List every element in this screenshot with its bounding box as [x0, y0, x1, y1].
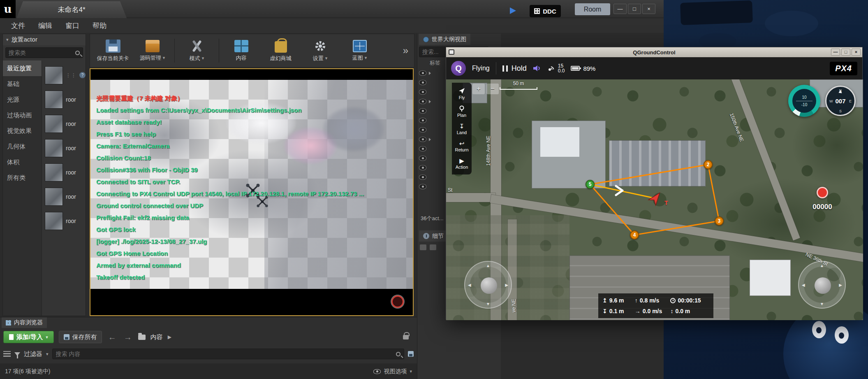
- place-actor-header[interactable]: ▾ 放置actor: [3, 34, 86, 45]
- joystick-knob[interactable]: [815, 277, 831, 294]
- plan-button[interactable]: Plan: [452, 103, 472, 120]
- virtual-joystick-right[interactable]: ▲ ▼ ◀ ▶: [798, 261, 846, 309]
- visibility-eye-icon[interactable]: [419, 146, 426, 151]
- visibility-eye-icon[interactable]: [419, 80, 426, 85]
- qgc-logo-icon[interactable]: Q: [451, 61, 466, 76]
- menu-help[interactable]: 帮助: [87, 19, 112, 32]
- visibility-eye-icon[interactable]: [419, 165, 426, 170]
- marketplace-button[interactable]: 虚幻商城: [261, 35, 300, 66]
- close-button[interactable]: ×: [852, 49, 861, 56]
- expand-arrow-icon[interactable]: [429, 100, 431, 103]
- visibility-eye-icon[interactable]: [419, 127, 426, 133]
- visibility-eye-icon[interactable]: [419, 118, 426, 123]
- expand-arrow-icon[interactable]: [429, 72, 431, 75]
- ddc-button[interactable]: DDC: [530, 5, 561, 17]
- add-import-button[interactable]: 添加/导入 ▾: [3, 331, 54, 343]
- category-all-classes[interactable]: 所有类: [3, 170, 42, 186]
- compass-instrument[interactable]: N E S W 007: [825, 86, 856, 116]
- visibility-eye-icon[interactable]: [419, 99, 426, 104]
- qgc-titlebar[interactable]: QGroundControl — □ ×: [446, 47, 862, 57]
- blueprints-button[interactable]: 蓝图▾: [340, 35, 379, 66]
- content-search-input[interactable]: [56, 351, 393, 357]
- visibility-eye-icon[interactable]: [419, 137, 426, 142]
- list-item[interactable]: ⋮⋮?: [42, 63, 86, 87]
- forward-arrow-icon[interactable]: →: [123, 332, 133, 342]
- save-search-icon[interactable]: [408, 351, 414, 357]
- visibility-eye-icon[interactable]: [419, 108, 426, 114]
- waypoint-5[interactable]: 5: [586, 180, 595, 189]
- maximize-button[interactable]: □: [628, 4, 641, 14]
- action-button[interactable]: ▶ Action: [452, 155, 472, 172]
- level-viewport[interactable]: 光照需要重建（7 未构建 对象） Loaded settings from C:…: [90, 68, 414, 316]
- close-button[interactable]: ×: [642, 4, 655, 14]
- outliner-tag-column-header[interactable]: 标签: [430, 59, 440, 67]
- flight-map[interactable]: 148th Ave NE 150th Ave NE NE 36th St St …: [446, 79, 863, 320]
- video-record-button[interactable]: [817, 187, 828, 198]
- hold-action-button[interactable]: Hold: [502, 64, 527, 73]
- expand-arrow-icon[interactable]: [429, 138, 431, 141]
- vertical-speed-gauge[interactable]: 10 -10: [788, 85, 820, 117]
- category-lights[interactable]: 光源: [3, 92, 42, 107]
- settings-button[interactable]: 设置▾: [301, 35, 340, 66]
- filter-label[interactable]: 过滤器: [24, 350, 42, 358]
- filter-funnel-icon[interactable]: [14, 352, 20, 356]
- breadcrumb[interactable]: 内容: [150, 333, 163, 341]
- sources-panel-toggle-icon[interactable]: [3, 351, 11, 357]
- maximize-button[interactable]: □: [841, 49, 850, 56]
- ue-titlebar[interactable]: u 未命名4* DDC Room — □ ×: [0, 0, 664, 18]
- list-item[interactable]: roor: [42, 160, 86, 184]
- category-visual-effects[interactable]: 视觉效果: [3, 123, 42, 139]
- menu-window[interactable]: 窗口: [60, 19, 85, 32]
- source-control-button[interactable]: 源码管理▾: [133, 35, 172, 66]
- list-item[interactable]: roor: [42, 112, 86, 136]
- category-basic[interactable]: 基础: [3, 76, 42, 92]
- waypoint-3[interactable]: 3: [715, 216, 724, 226]
- list-item[interactable]: roor: [42, 209, 86, 233]
- visibility-eye-icon[interactable]: [419, 184, 426, 189]
- record-button[interactable]: [391, 295, 404, 308]
- visibility-eye-icon[interactable]: [419, 70, 426, 76]
- minimize-button[interactable]: —: [831, 49, 840, 56]
- virtual-joystick-left[interactable]: ▲ ▼ ◀ ▶: [464, 261, 512, 309]
- waypoint-4[interactable]: 4: [630, 230, 639, 239]
- visibility-eye-icon[interactable]: [419, 89, 426, 95]
- details-tool-icon[interactable]: [420, 244, 426, 250]
- lock-icon[interactable]: [403, 335, 409, 339]
- list-item[interactable]: roor: [42, 136, 86, 160]
- speaker-icon[interactable]: [533, 65, 541, 72]
- gps-status[interactable]: 15 0.0: [547, 63, 565, 73]
- list-item[interactable]: roor: [42, 184, 86, 209]
- list-item[interactable]: roor: [42, 87, 86, 112]
- flight-mode-label[interactable]: Flying: [472, 65, 490, 72]
- zoom-out-button[interactable]: −: [486, 84, 499, 94]
- modes-button[interactable]: 模式▾: [177, 35, 216, 66]
- battery-status[interactable]: 89%: [571, 65, 595, 72]
- zoom-in-button[interactable]: +: [472, 84, 485, 94]
- category-recent[interactable]: 最近放置: [3, 60, 42, 76]
- minimize-button[interactable]: —: [613, 4, 627, 14]
- world-outliner-tab[interactable]: 世界大纲视图: [419, 34, 470, 45]
- visibility-eye-icon[interactable]: [419, 174, 426, 180]
- joystick-knob[interactable]: [481, 277, 497, 294]
- return-button[interactable]: ↩ Return: [452, 138, 472, 155]
- save-level-button[interactable]: 保存当前关卡: [93, 35, 132, 66]
- details-tool-icon[interactable]: [430, 244, 436, 250]
- content-browser-tab[interactable]: 内容浏览器: [2, 317, 47, 328]
- category-volumes[interactable]: 体积: [3, 154, 42, 170]
- content-button[interactable]: 内容: [222, 35, 261, 66]
- content-search-box[interactable]: [52, 349, 404, 359]
- category-geometry[interactable]: 几何体: [3, 139, 42, 154]
- back-arrow-icon[interactable]: ←: [107, 332, 118, 342]
- save-all-button[interactable]: 保存所有: [59, 331, 102, 343]
- category-cinematic[interactable]: 过场动画: [3, 107, 42, 123]
- visibility-eye-icon[interactable]: [419, 156, 426, 161]
- menu-file[interactable]: 文件: [6, 19, 30, 32]
- level-tab[interactable]: 未命名4*: [16, 1, 127, 18]
- menu-edit[interactable]: 编辑: [33, 19, 58, 32]
- land-button[interactable]: ↧ Land: [452, 121, 472, 137]
- room-box[interactable]: Room: [575, 3, 610, 15]
- class-search-input[interactable]: [9, 49, 73, 56]
- waypoint-2[interactable]: 2: [704, 160, 713, 169]
- toolbar-overflow-button[interactable]: »: [403, 45, 411, 56]
- details-tab[interactable]: 细节: [419, 230, 448, 242]
